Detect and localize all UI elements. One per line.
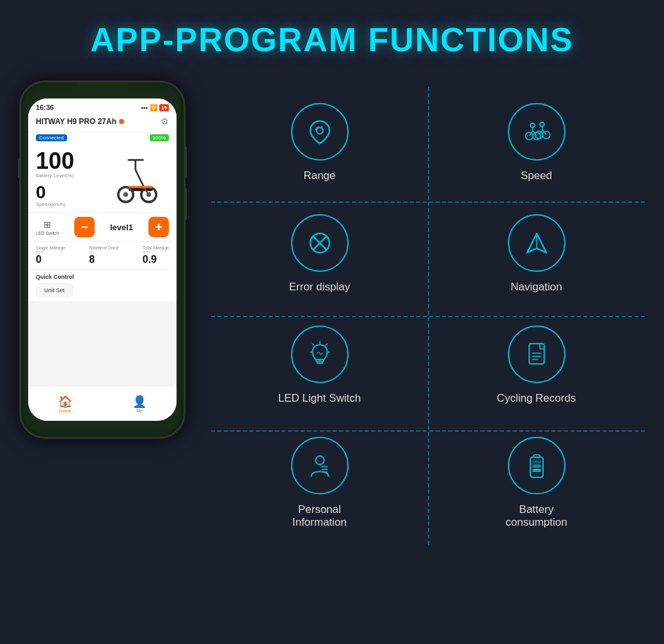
function-item-speed: Speed — [428, 87, 645, 198]
svg-point-7 — [123, 192, 128, 197]
led-icon-circle — [291, 326, 349, 383]
battery-consumption-label: Battery consumption — [505, 503, 567, 529]
functions-grid: Range — [211, 87, 645, 545]
battery-icon-circle — [508, 437, 565, 494]
function-item-personal: Personal Information — [211, 421, 428, 545]
quick-control-title: Quick Control — [36, 274, 169, 280]
phone-nav-bar: 🏠 Home 👤 Me — [28, 386, 177, 421]
device-name-label: HITWAY H9 PRO 27Ah — [36, 117, 124, 126]
error-icon — [304, 227, 336, 259]
status-icons: ▪▪▪ 🛜 15 — [141, 104, 169, 111]
total-mileage-item: Total Mileage (km) 0.9 — [143, 246, 169, 265]
status-bar: 16:36 ▪▪▪ 🛜 15 — [28, 98, 177, 114]
ridetime-title: Ridetime Once — [89, 246, 118, 250]
single-mileage-title: Single Mileage — [36, 246, 65, 250]
svg-line-31 — [326, 343, 328, 345]
svg-rect-29 — [317, 362, 322, 364]
svg-rect-46 — [532, 464, 541, 467]
phone-side-btn-right-1 — [184, 146, 187, 178]
range-label: Range — [303, 169, 335, 182]
status-time: 16:36 — [36, 104, 54, 111]
svg-line-17 — [532, 127, 533, 130]
svg-line-22 — [542, 127, 542, 130]
phone-outer: 16:36 ▪▪▪ 🛜 15 HITWAY H9 PRO 27Ah ⚙ — [19, 81, 186, 439]
navigation-label: Navigation — [510, 281, 562, 294]
speed-icon-circle — [508, 103, 565, 161]
phone-notch — [77, 82, 128, 97]
nav-home-button[interactable]: 🏠 Home — [58, 395, 72, 413]
battery-consumption-icon — [521, 450, 553, 482]
connected-badge: Connected — [36, 134, 67, 141]
speed-label: Speed(km/h) — [36, 201, 106, 207]
battery-value: 100 — [36, 150, 106, 173]
function-item-range: Range — [211, 87, 428, 198]
navigation-icon — [521, 227, 553, 259]
cycling-records-label: Cycling Records — [497, 392, 576, 405]
phone-screen: 16:36 ▪▪▪ 🛜 15 HITWAY H9 PRO 27Ah ⚙ — [28, 98, 177, 421]
svg-rect-47 — [532, 460, 541, 464]
function-item-records: Cycling Records — [428, 310, 645, 421]
mileage-bar: Single Mileage (km) 0 Ridetime Once (s) … — [28, 241, 177, 269]
device-name-text: HITWAY H9 PRO 27Ah — [36, 117, 116, 126]
orange-status-dot — [119, 119, 124, 124]
range-icon — [304, 116, 336, 148]
person-nav-icon: 👤 — [132, 395, 146, 409]
speed-icon — [521, 116, 553, 148]
function-item-navigation: Navigation — [428, 198, 645, 310]
led-light-switch-label: LED Light Switch — [278, 392, 361, 405]
home-label: Home — [59, 409, 72, 413]
page-title: APP-PROGRAM FUNCTIONS — [0, 0, 664, 74]
ridetime-value: 8 — [89, 254, 95, 265]
navigation-icon-circle — [508, 214, 565, 272]
unit-set-button[interactable]: Unit Set — [36, 283, 73, 297]
connected-bar: Connected 100% — [28, 132, 177, 145]
minus-button[interactable]: − — [74, 217, 95, 237]
svg-point-11 — [530, 123, 535, 128]
content-area: 16:36 ▪▪▪ 🛜 15 HITWAY H9 PRO 27Ah ⚙ — [0, 74, 664, 545]
led-switch[interactable]: ⊞ LED Switch — [36, 219, 59, 235]
stats-left: 100 Battery Level(%) 0 Speed(km/h) — [36, 150, 106, 207]
range-icon-circle — [291, 103, 349, 161]
phone-mockup: 16:36 ▪▪▪ 🛜 15 HITWAY H9 PRO 27Ah ⚙ — [19, 81, 186, 439]
gear-icon[interactable]: ⚙ — [161, 116, 169, 127]
error-icon-circle — [291, 214, 349, 272]
phone-side-btn-right-2 — [184, 188, 187, 220]
plus-button[interactable]: + — [148, 217, 169, 237]
speed-value: 0 — [36, 184, 106, 201]
function-item-led: LED Light Switch — [211, 310, 428, 421]
single-mileage-value: 0 — [36, 254, 42, 265]
ridetime-item: Ridetime Once (s) 8 — [89, 246, 118, 265]
home-icon: 🏠 — [58, 395, 72, 409]
total-mileage-title: Total Mileage — [143, 246, 169, 250]
me-label: Me — [136, 409, 143, 413]
controls-bar: ⊞ LED Switch − level1 + — [28, 212, 177, 241]
svg-rect-8 — [129, 186, 153, 189]
screen-header: HITWAY H9 PRO 27Ah ⚙ — [28, 114, 177, 132]
speed-label: Speed — [521, 169, 552, 182]
battery-label: Battery Level(%) — [36, 173, 106, 178]
function-item-battery: Battery consumption — [428, 421, 645, 545]
function-item-error: Error display — [211, 198, 428, 310]
personal-icon-circle — [291, 437, 349, 494]
total-mileage-value: 0.9 — [143, 254, 157, 265]
personal-info-icon — [304, 450, 336, 482]
svg-line-32 — [312, 343, 314, 345]
wifi-icon: 🛜 — [150, 104, 157, 111]
personal-info-label: Personal Information — [292, 503, 347, 529]
nav-me-button[interactable]: 👤 Me — [132, 395, 146, 413]
battery-status-icon: 15 — [159, 104, 169, 111]
screen-main: 100 Battery Level(%) 0 Speed(km/h) — [28, 145, 177, 212]
cycling-records-icon — [521, 338, 553, 370]
svg-rect-45 — [532, 469, 541, 472]
svg-rect-44 — [534, 455, 540, 457]
led-switch-label: LED Switch — [36, 231, 59, 235]
records-icon-circle — [508, 326, 565, 383]
signal-icon: ▪▪▪ — [141, 104, 148, 111]
scooter-image — [111, 150, 169, 207]
single-mileage-item: Single Mileage (km) 0 — [36, 246, 65, 265]
svg-point-39 — [315, 456, 324, 464]
led-light-icon — [304, 338, 336, 370]
led-switch-icon: ⊞ — [43, 219, 51, 230]
error-display-label: Error display — [289, 281, 350, 294]
svg-point-10 — [317, 127, 323, 134]
